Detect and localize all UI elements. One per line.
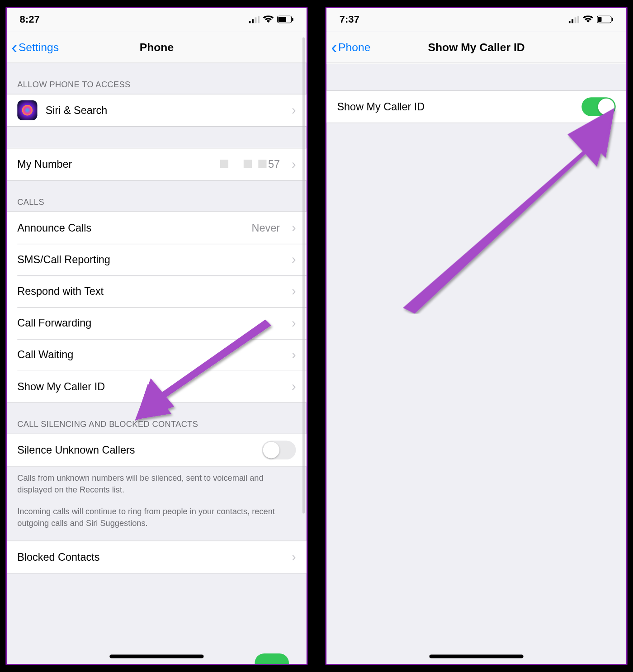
group-caller-id: Show My Caller ID (326, 90, 626, 123)
row-silence-unknown-callers[interactable]: Silence Unknown Callers (7, 434, 307, 466)
chevron-right-icon: › (292, 379, 296, 394)
nav-title: Show My Caller ID (326, 41, 626, 54)
svg-rect-2 (255, 17, 257, 23)
row-announce-calls[interactable]: Announce Calls Never › (7, 212, 307, 244)
battery-icon (277, 15, 293, 25)
back-label: Phone (338, 41, 370, 54)
row-call-waiting[interactable]: Call Waiting › (7, 339, 307, 371)
toggle-show-my-caller-id[interactable] (581, 97, 615, 116)
chevron-right-icon: › (292, 347, 296, 363)
status-bar: 7:37 (326, 8, 626, 32)
group-calls: Announce Calls Never › SMS/Call Reportin… (7, 211, 307, 403)
chevron-right-icon: › (292, 220, 296, 236)
chevron-left-icon: ‹ (11, 38, 17, 56)
row-my-number[interactable]: My Number 57 › (7, 148, 307, 180)
back-label: Settings (19, 41, 59, 54)
row-call-forwarding[interactable]: Call Forwarding › (7, 307, 307, 339)
home-indicator[interactable] (109, 655, 203, 658)
section-header-calls: CALLS (7, 181, 307, 212)
svg-rect-10 (572, 19, 573, 23)
wifi-icon (263, 15, 274, 25)
row-value: Never (252, 222, 280, 234)
row-label: Show My Caller ID (337, 100, 582, 113)
home-indicator[interactable] (430, 655, 524, 658)
section-footer-text-2: Incoming calls will continue to ring fro… (7, 499, 307, 541)
group-access: Siri & Search › (7, 94, 307, 127)
partial-toggle-peek (255, 653, 289, 664)
nav-bar: ‹ Settings Phone (7, 32, 307, 63)
siri-icon (17, 100, 37, 120)
back-button[interactable]: ‹ Settings (7, 38, 59, 56)
chevron-right-icon: › (292, 252, 296, 267)
battery-icon (597, 15, 613, 25)
annotation-arrow-icon (391, 102, 620, 314)
group-silence: Silence Unknown Callers (7, 434, 307, 467)
svg-rect-15 (612, 18, 613, 21)
row-show-my-caller-id[interactable]: Show My Caller ID › (7, 371, 307, 402)
section-header-access: ALLOW PHONE TO ACCESS (7, 63, 307, 94)
row-blocked-contacts[interactable]: Blocked Contacts › (7, 541, 307, 573)
status-icons (249, 15, 294, 25)
phone-screen-phone-settings: 8:27 ‹ Settings Phone ALLOW PHONE TO ACC… (5, 7, 307, 665)
status-bar: 8:27 (7, 8, 307, 32)
svg-marker-16 (403, 108, 614, 314)
phone-screen-caller-id: 7:37 ‹ Phone Show My Caller ID (326, 7, 628, 665)
row-label: Announce Calls (17, 222, 251, 234)
toggle-silence-unknown-callers[interactable] (262, 440, 296, 459)
status-time: 7:37 (340, 14, 359, 26)
svg-rect-11 (575, 17, 576, 23)
signal-icon (249, 15, 260, 25)
wifi-icon (583, 15, 593, 25)
chevron-right-icon: › (292, 316, 296, 331)
svg-rect-0 (249, 21, 251, 23)
row-label: Call Waiting (17, 349, 286, 361)
row-sms-call-reporting[interactable]: SMS/Call Reporting › (7, 244, 307, 275)
row-label: Blocked Contacts (17, 551, 286, 563)
chevron-right-icon: › (292, 103, 296, 118)
row-label: Show My Caller ID (17, 380, 286, 393)
status-icons (569, 15, 614, 25)
section-footer-text: Calls from unknown numbers will be silen… (7, 467, 307, 499)
status-time: 8:27 (20, 14, 40, 26)
row-label: SMS/Call Reporting (17, 253, 286, 265)
row-label: Respond with Text (17, 285, 286, 298)
section-header-silencing: CALL SILENCING AND BLOCKED CONTACTS (7, 403, 307, 434)
svg-rect-12 (577, 16, 579, 23)
svg-rect-9 (569, 21, 571, 23)
row-respond-with-text[interactable]: Respond with Text › (7, 275, 307, 307)
back-button[interactable]: ‹ Phone (326, 38, 370, 56)
row-label: Siri & Search (46, 104, 286, 116)
row-label: My Number (17, 158, 218, 170)
group-my-number: My Number 57 › (7, 148, 307, 181)
nav-bar: ‹ Phone Show My Caller ID (326, 32, 626, 63)
svg-rect-3 (258, 16, 260, 23)
chevron-right-icon: › (292, 549, 296, 565)
scrollbar[interactable] (302, 38, 305, 514)
svg-rect-6 (292, 18, 293, 21)
row-label: Silence Unknown Callers (17, 444, 262, 456)
row-label: Call Forwarding (17, 317, 286, 329)
row-value: 57 (218, 158, 280, 170)
group-blocked: Blocked Contacts › (7, 541, 307, 574)
row-show-my-caller-id-toggle[interactable]: Show My Caller ID (326, 91, 626, 123)
svg-rect-5 (279, 16, 286, 22)
chevron-right-icon: › (292, 284, 296, 299)
svg-rect-1 (252, 19, 254, 23)
svg-rect-14 (598, 16, 602, 22)
row-siri-search[interactable]: Siri & Search › (7, 95, 307, 126)
signal-icon (569, 15, 579, 25)
chevron-left-icon: ‹ (331, 38, 337, 56)
chevron-right-icon: › (292, 157, 296, 172)
